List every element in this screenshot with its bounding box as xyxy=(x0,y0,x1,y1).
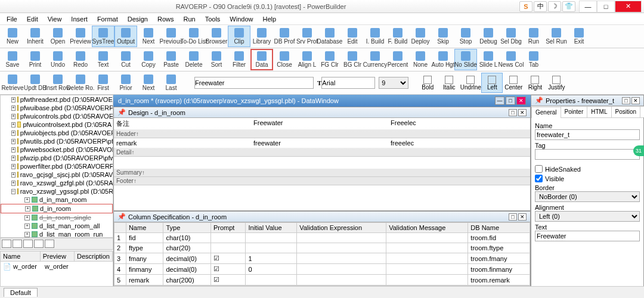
menu-rows[interactable]: Rows xyxy=(153,14,178,24)
tbtn-seldbg[interactable]: Sel Dbg xyxy=(500,26,522,47)
tbtn-clip[interactable]: Clip xyxy=(228,26,250,47)
menu-edit[interactable]: Edit xyxy=(23,14,42,24)
fbtn-bold[interactable]: Bold xyxy=(417,73,438,93)
tree-item[interactable]: +powerfilter.pbd (D:\05RAVOERP\ xyxy=(1,162,113,170)
header-col-1[interactable]: 备注 xyxy=(116,119,253,128)
tbtn-noslide[interactable]: No Slide xyxy=(454,49,477,70)
object-name-input[interactable] xyxy=(194,77,314,89)
border-select[interactable]: NoBorder (0) xyxy=(535,191,640,202)
tbtn-prior[interactable]: Prior xyxy=(114,72,137,94)
fbtn-justify[interactable]: Justify xyxy=(546,73,567,93)
table-row[interactable]: 3fmanydecimal(0)☑1troom.fmany xyxy=(114,253,530,264)
obj-tb-icon[interactable] xyxy=(2,240,11,248)
obj-tb-icon[interactable] xyxy=(13,240,22,248)
tbtn-insrtrow[interactable]: Insrt Row xyxy=(47,72,69,94)
tbtn-output[interactable]: Output xyxy=(114,26,137,47)
tbtn-redo[interactable]: Redo xyxy=(69,49,92,70)
tbtn-sort[interactable]: Sort xyxy=(205,49,228,70)
table-row[interactable]: 5remarkchar(200)☑troom.remark xyxy=(114,275,530,285)
tbtn-newscol[interactable]: News Col xyxy=(500,49,522,70)
obj-tb-icon[interactable] xyxy=(23,240,33,248)
tbtn-slidel[interactable]: Slide L xyxy=(477,49,500,70)
tbtn-updtdb[interactable]: Updt DB xyxy=(24,72,47,94)
tbtn-last[interactable]: Last xyxy=(160,72,182,94)
ext-btn-shirt[interactable]: 👕 xyxy=(562,1,575,12)
fbtn-left[interactable]: Left xyxy=(481,73,503,93)
tree-item[interactable]: +ravo_gcjsgl_sjscj.pbl (D:\05RAV xyxy=(1,170,113,179)
tbtn-fgclr[interactable]: FG Clr xyxy=(318,49,341,70)
menu-insert[interactable]: Insert xyxy=(67,14,92,24)
font-name-input[interactable] xyxy=(321,77,375,89)
tbtn-systree[interactable]: SysTree xyxy=(92,26,114,47)
tbtn-delete[interactable]: Delete xyxy=(182,49,205,70)
tbtn-stop[interactable]: Stop xyxy=(454,26,477,47)
tbtn-tab[interactable]: Tab xyxy=(522,49,545,70)
tbtn-save[interactable]: Save xyxy=(1,49,24,70)
tree-item[interactable]: −ravo_xzswgl_ygssgl.pbl (D:\05R xyxy=(1,187,113,195)
dw-min-button[interactable]: — xyxy=(495,97,504,105)
tbtn-database[interactable]: Database xyxy=(318,26,341,47)
tbtn-text[interactable]: Text xyxy=(92,49,114,70)
tree-item[interactable]: +ravo_xzswgl_gzfgl.pbl (D:\05RA xyxy=(1,179,113,187)
tbtn-library[interactable]: Library xyxy=(250,26,273,47)
tree-item[interactable]: +d_list_man_room_run xyxy=(1,230,113,238)
tree-item[interactable]: +pfwuibase.pbd (D:\05RAVOERP\ xyxy=(1,104,113,112)
detail-col-2[interactable]: freewater xyxy=(253,139,391,147)
panel-pin-icon[interactable]: 📌 xyxy=(535,97,543,104)
tbtn-filter[interactable]: Filter xyxy=(228,49,250,70)
design-canvas[interactable]: 备注 Freewater Freeelec Header↑ remark fre… xyxy=(114,118,530,201)
tbtn-edit[interactable]: Edit xyxy=(341,26,364,47)
tbtn-fbuild[interactable]: F. Build xyxy=(386,26,409,47)
menu-design[interactable]: Design xyxy=(123,14,152,24)
tbtn-ibuild[interactable]: I. Build xyxy=(364,26,386,47)
tbtn-percent[interactable]: Percent xyxy=(386,49,409,70)
footer-band[interactable]: Footer↑ xyxy=(114,177,530,185)
props-tab-html[interactable]: HTML xyxy=(587,106,611,117)
table-row[interactable]: 4finmanydecimal(0)☑0troom.finmany xyxy=(114,264,530,275)
text-input[interactable] xyxy=(535,231,640,241)
detail-col-3[interactable]: freeelec xyxy=(391,139,528,147)
header-band[interactable]: Header↑ xyxy=(114,130,530,138)
detail-band[interactable]: Detail↑ xyxy=(114,148,530,157)
colspec-grid[interactable]: NameTypePromptInitial ValueValidation Ex… xyxy=(114,222,530,285)
tree-item[interactable]: +pfwuicontrols.pbd (D:\05RAVOE xyxy=(1,112,113,120)
tbtn-autohgt[interactable]: Auto Hgt xyxy=(432,49,454,70)
menu-file[interactable]: File xyxy=(2,14,21,24)
visible-checkbox[interactable] xyxy=(535,175,543,182)
tbtn-preview[interactable]: Preview xyxy=(69,26,92,47)
obj-name[interactable]: 📄 w_order xyxy=(1,262,42,272)
name-input[interactable] xyxy=(535,129,640,140)
panel-min-button[interactable]: □ xyxy=(509,109,517,116)
menu-view[interactable]: View xyxy=(44,14,66,24)
minimize-button[interactable]: — xyxy=(579,1,597,13)
tbtn-selrun[interactable]: Sel Run xyxy=(545,26,568,47)
tree-item[interactable]: +pfwwebsocket.pbd (D:\05RAVOE xyxy=(1,145,113,154)
tree-item[interactable]: +d_in_room xyxy=(1,204,113,213)
menu-window[interactable]: Window xyxy=(225,14,257,24)
panel-min-button[interactable]: □ xyxy=(622,97,630,104)
tbtn-dbprof[interactable]: DB Prof xyxy=(273,26,296,47)
ext-btn-s[interactable]: S xyxy=(519,1,532,12)
panel-close-button[interactable]: ✕ xyxy=(518,213,527,221)
panel-min-button[interactable]: □ xyxy=(509,213,517,221)
tree-item[interactable]: +pfwuicontrolsext.pbd (D:\05RA xyxy=(1,120,113,129)
tbtn-bgclr[interactable]: BG Clr xyxy=(341,49,364,70)
props-tab-general[interactable]: General xyxy=(531,107,561,118)
hidesnaked-checkbox[interactable] xyxy=(535,165,543,173)
align-select[interactable]: Left (0) xyxy=(535,211,640,222)
panel-pin-icon[interactable]: 📌 xyxy=(117,108,126,116)
menu-tools[interactable]: Tools xyxy=(201,14,225,24)
tbtn-copy[interactable]: Copy xyxy=(137,49,160,70)
tbtn-none[interactable]: None xyxy=(409,49,432,70)
tbtn-exit[interactable]: Exit xyxy=(568,26,590,47)
tbtn-currency[interactable]: Currency xyxy=(364,49,386,70)
tbtn-srvprof[interactable]: Srv Prof xyxy=(296,26,318,47)
props-tab-pointer[interactable]: Pointer xyxy=(561,106,588,117)
fbtn-italic[interactable]: Italic xyxy=(438,73,460,93)
panel-pin-icon[interactable]: 📌 xyxy=(117,213,126,221)
tree-item[interactable]: +d_in_room_single xyxy=(1,213,113,222)
table-row[interactable]: 2ftypechar(20)troom.ftype xyxy=(114,243,530,253)
tbtn-retrieve[interactable]: Retrieve xyxy=(1,72,24,94)
obj-tb-icon[interactable] xyxy=(34,240,44,248)
tbtn-open[interactable]: Open xyxy=(47,26,69,47)
